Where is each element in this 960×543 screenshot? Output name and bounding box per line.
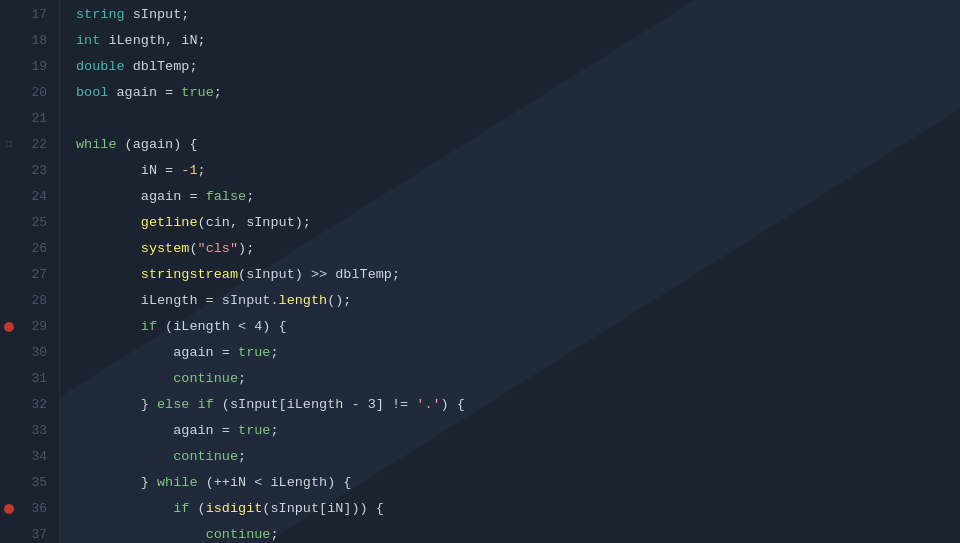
line-number-33: 33 [0, 418, 59, 444]
code-line-28: iLength = sInput.length(); [76, 288, 960, 314]
line-number-27: 27 [0, 262, 59, 288]
code-line-35: } while (++iN < iLength) { [76, 470, 960, 496]
code-line-33: again = true; [76, 418, 960, 444]
code-area[interactable]: string sInput;int iLength, iN;double dbl… [60, 0, 960, 543]
code-line-24: again = false; [76, 184, 960, 210]
code-line-34: continue; [76, 444, 960, 470]
code-line-19: double dblTemp; [76, 54, 960, 80]
line-number-17: 17 [0, 2, 59, 28]
code-line-32: } else if (sInput[iLength - 3] != '.') { [76, 392, 960, 418]
code-line-29: if (iLength < 4) { [76, 314, 960, 340]
line-number-19: 19 [0, 54, 59, 80]
code-line-31: continue; [76, 366, 960, 392]
line-number-29: 29 [0, 314, 59, 340]
line-number-30: 30 [0, 340, 59, 366]
line-number-20: 20 [0, 80, 59, 106]
code-line-17: string sInput; [76, 2, 960, 28]
line-number-23: 23 [0, 158, 59, 184]
line-number-gutter: 1718192021222324252627282930313233343536… [0, 0, 60, 543]
code-editor: 1718192021222324252627282930313233343536… [0, 0, 960, 543]
code-line-23: iN = -1; [76, 158, 960, 184]
line-number-18: 18 [0, 28, 59, 54]
line-number-37: 37 [0, 522, 59, 543]
code-line-36: if (isdigit(sInput[iN])) { [76, 496, 960, 522]
line-number-36: 36 [0, 496, 59, 522]
line-number-31: 31 [0, 366, 59, 392]
code-line-37: continue; [76, 522, 960, 543]
code-line-22: while (again) { [76, 132, 960, 158]
code-line-21 [76, 106, 960, 132]
code-line-25: getline(cin, sInput); [76, 210, 960, 236]
line-number-34: 34 [0, 444, 59, 470]
line-number-25: 25 [0, 210, 59, 236]
code-line-20: bool again = true; [76, 80, 960, 106]
code-line-18: int iLength, iN; [76, 28, 960, 54]
line-number-32: 32 [0, 392, 59, 418]
line-number-24: 24 [0, 184, 59, 210]
code-line-26: system("cls"); [76, 236, 960, 262]
line-number-21: 21 [0, 106, 59, 132]
line-number-26: 26 [0, 236, 59, 262]
code-line-30: again = true; [76, 340, 960, 366]
line-number-35: 35 [0, 470, 59, 496]
line-number-28: 28 [0, 288, 59, 314]
code-line-27: stringstream(sInput) >> dblTemp; [76, 262, 960, 288]
line-number-22: 22 [0, 132, 59, 158]
